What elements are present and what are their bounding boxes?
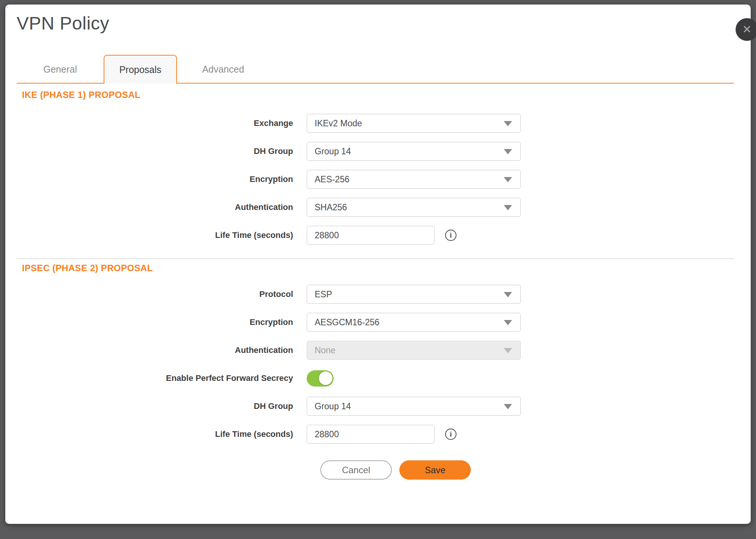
encryption2-select[interactable]: AESGCM16-256 <box>307 313 521 332</box>
authentication-select[interactable]: SHA256 <box>307 198 521 217</box>
close-icon[interactable]: ✕ <box>736 18 756 41</box>
authentication2-value: None <box>315 345 335 356</box>
chevron-down-icon <box>504 292 512 297</box>
pfs-label: Enable Perfect Forward Secrecy <box>17 373 307 383</box>
dh-group-label: DH Group <box>17 146 307 156</box>
section-heading-ike-phase1: IKE (PHASE 1) PROPOSAL <box>22 90 734 100</box>
chevron-down-icon <box>504 177 512 182</box>
exchange-value: IKEv2 Mode <box>315 118 362 129</box>
ipsec-phase2-fields: Protocol ESP Encryption AESGCM16-256 Aut… <box>17 285 734 444</box>
section-heading-ipsec-phase2: IPSEC (PHASE 2) PROPOSAL <box>22 263 734 273</box>
dh-group-select[interactable]: Group 14 <box>307 142 521 161</box>
chevron-down-icon <box>504 121 512 126</box>
exchange-row: Exchange IKEv2 Mode <box>17 114 734 133</box>
life-time-label: Life Time (seconds) <box>17 230 307 240</box>
chevron-down-icon <box>504 320 512 325</box>
authentication2-label: Authentication <box>17 345 307 355</box>
pfs-toggle-on[interactable] <box>307 370 334 387</box>
protocol-select[interactable]: ESP <box>307 285 521 304</box>
dh-group2-row: DH Group Group 14 <box>17 397 734 416</box>
dh-group-value: Group 14 <box>315 146 351 157</box>
chevron-down-icon <box>504 348 512 353</box>
life-time2-label: Life Time (seconds) <box>17 429 307 439</box>
life-time-row: Life Time (seconds) i <box>17 226 734 245</box>
tab-general[interactable]: General <box>17 55 104 84</box>
ike-phase1-fields: Exchange IKEv2 Mode DH Group Group 14 En… <box>17 114 734 245</box>
dh-group2-value: Group 14 <box>315 401 351 412</box>
info-icon[interactable]: i <box>445 230 456 241</box>
tab-proposals[interactable]: Proposals <box>104 55 177 84</box>
chevron-down-icon <box>504 149 512 154</box>
tab-bar: General Proposals Advanced <box>17 55 734 84</box>
authentication2-select-disabled: None <box>307 341 521 360</box>
encryption2-value: AESGCM16-256 <box>315 317 379 328</box>
life-time2-input[interactable] <box>307 425 435 444</box>
toggle-knob <box>319 371 332 385</box>
encryption-select[interactable]: AES-256 <box>307 170 521 189</box>
exchange-select[interactable]: IKEv2 Mode <box>307 114 521 133</box>
authentication2-row: Authentication None <box>17 341 734 360</box>
section-divider <box>17 258 734 259</box>
authentication-label: Authentication <box>17 202 307 212</box>
encryption-row: Encryption AES-256 <box>17 170 734 189</box>
save-button[interactable]: Save <box>399 460 471 480</box>
page-title: VPN Policy <box>17 13 109 34</box>
tab-advanced[interactable]: Advanced <box>177 55 269 84</box>
protocol-value: ESP <box>315 289 332 300</box>
protocol-row: Protocol ESP <box>17 285 734 304</box>
chevron-down-icon <box>504 205 512 210</box>
vpn-policy-dialog: VPN Policy ✕ General Proposals Advanced … <box>5 5 751 524</box>
encryption-label: Encryption <box>17 174 307 184</box>
dh-group-row: DH Group Group 14 <box>17 142 734 161</box>
dh-group2-label: DH Group <box>17 401 307 411</box>
protocol-label: Protocol <box>17 289 307 299</box>
encryption-value: AES-256 <box>315 174 349 185</box>
chevron-down-icon <box>504 404 512 409</box>
dh-group2-select[interactable]: Group 14 <box>307 397 521 416</box>
encryption2-row: Encryption AESGCM16-256 <box>17 313 734 332</box>
info-icon[interactable]: i <box>445 429 456 440</box>
dialog-body: IKE (PHASE 1) PROPOSAL Exchange IKEv2 Mo… <box>17 86 734 524</box>
pfs-row: Enable Perfect Forward Secrecy <box>17 369 734 388</box>
life-time-input[interactable] <box>307 226 435 245</box>
exchange-label: Exchange <box>17 118 307 128</box>
authentication-row: Authentication SHA256 <box>17 198 734 217</box>
life-time2-row: Life Time (seconds) i <box>17 425 734 444</box>
dialog-footer: Cancel Save <box>320 460 734 480</box>
encryption2-label: Encryption <box>17 317 307 327</box>
cancel-button[interactable]: Cancel <box>320 460 392 480</box>
authentication-value: SHA256 <box>315 202 347 213</box>
